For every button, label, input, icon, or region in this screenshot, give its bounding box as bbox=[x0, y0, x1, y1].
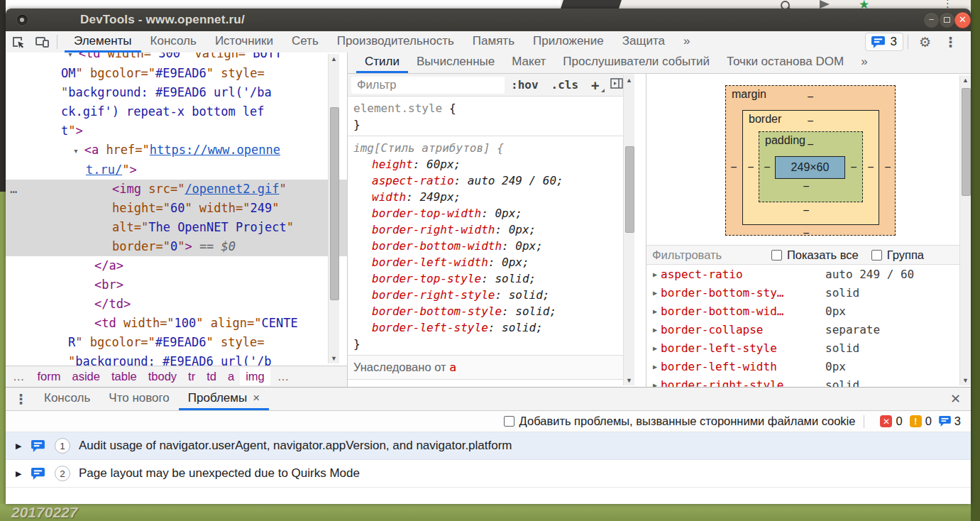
computed-property-row[interactable]: ▶aspect-ratioauto 249 / 60 bbox=[646, 265, 960, 283]
scrollbar-thumb[interactable] bbox=[330, 107, 339, 300]
elements-scrollbar[interactable]: ▲ ▼ bbox=[328, 54, 339, 363]
inspect-element-icon[interactable] bbox=[6, 31, 30, 53]
tab--[interactable]: » bbox=[674, 31, 699, 53]
toggle-hover-state-button[interactable]: :hov bbox=[505, 78, 545, 92]
issue-row[interactable]: ▶1Audit usage of navigator.userAgent, na… bbox=[6, 432, 971, 460]
breadcrumb-item-form[interactable]: form bbox=[32, 368, 67, 385]
css-property-border-top-style[interactable]: border-top-style: solid; bbox=[353, 270, 634, 287]
scroll-up-arrow[interactable]: ▲ bbox=[960, 77, 971, 84]
breadcrumb-item-tr[interactable]: tr bbox=[182, 368, 201, 385]
inherited-from-header[interactable]: Унаследовано от a bbox=[348, 356, 634, 380]
dom-tree-node-line[interactable]: ck.gif') repeat-x bottom lef bbox=[6, 102, 348, 121]
breadcrumb-overflow[interactable]: … bbox=[270, 368, 297, 385]
box-model-value[interactable]: − bbox=[727, 161, 741, 174]
issue-row[interactable]: ▶2Page layout may be unexpected due to Q… bbox=[6, 460, 971, 488]
tab-источники[interactable]: Источники bbox=[206, 31, 282, 53]
computed-scrollbar[interactable]: ▲ ▼ bbox=[959, 75, 971, 385]
breadcrumb-item-img[interactable]: img bbox=[240, 368, 270, 385]
issue-count-badge[interactable]: 3 bbox=[939, 415, 961, 428]
expand-arrow-icon[interactable]: ▶ bbox=[649, 307, 661, 315]
dom-tree-node-line[interactable]: ▾ <td width="300" valign="BOTT bbox=[6, 53, 348, 64]
box-model-value[interactable]: − bbox=[803, 115, 817, 128]
expand-arrow-icon[interactable]: ▶ bbox=[649, 270, 661, 278]
dom-tree-node-line[interactable]: alt="The OpenNET Project" bbox=[6, 218, 348, 237]
box-model-value[interactable]: − bbox=[847, 161, 861, 174]
dom-tree-node-line[interactable]: height="60" width="249" bbox=[6, 199, 348, 218]
checkbox-icon[interactable] bbox=[871, 250, 882, 260]
dom-tree-node-line[interactable]: <td width="100" align="CENTE bbox=[6, 314, 348, 333]
scroll-down-arrow[interactable]: ▼ bbox=[624, 377, 634, 384]
computed-property-row[interactable]: ▶border-collapseseparate bbox=[646, 320, 960, 339]
issues-counter-button[interactable]: 3 bbox=[865, 33, 903, 51]
style-rule-attributes[interactable]: img[Стиль атрибутов] { height: 60px;aspe… bbox=[348, 136, 634, 356]
styles-filter-input[interactable]: Фильтр bbox=[351, 77, 505, 94]
scrollbar-thumb[interactable] bbox=[625, 146, 634, 233]
breadcrumb-item-table[interactable]: table bbox=[106, 368, 143, 385]
styles-scrollbar[interactable]: ▲ ▼ bbox=[623, 75, 634, 385]
expand-arrow-icon[interactable]: ▶ bbox=[16, 469, 26, 478]
maximize-button[interactable] bbox=[939, 12, 955, 28]
rule-selector[interactable]: element.style bbox=[353, 102, 442, 115]
device-toolbar-icon[interactable] bbox=[30, 31, 54, 53]
drawer-tab-проблемы[interactable]: Проблемы× bbox=[179, 388, 269, 410]
dom-tree-node-line[interactable]: <br> bbox=[6, 275, 348, 295]
expand-arrow-icon[interactable]: ▶ bbox=[16, 442, 26, 451]
dom-tree-node-line[interactable]: </td> bbox=[6, 295, 348, 314]
computed-sidebar-toggle-icon[interactable] bbox=[610, 78, 623, 92]
box-model-value[interactable]: − bbox=[803, 138, 817, 151]
settings-gear-icon[interactable]: ⚙ bbox=[913, 34, 937, 50]
style-rule-element-style[interactable]: element.style { } bbox=[348, 97, 634, 136]
box-model-value[interactable]: − bbox=[760, 161, 774, 174]
close-button[interactable]: ✕ bbox=[954, 12, 971, 28]
attribute-link[interactable]: https://www.openne bbox=[150, 143, 280, 157]
error-count-badge[interactable]: ✕0 bbox=[880, 415, 902, 428]
new-style-rule-button[interactable]: + bbox=[585, 77, 605, 93]
css-property-border-bottom-width[interactable]: border-bottom-width: 0px; bbox=[353, 238, 634, 254]
show-all-checkbox[interactable]: Показать все bbox=[771, 248, 859, 262]
tab-защита[interactable]: Защита bbox=[613, 31, 674, 53]
css-property-border-left-width[interactable]: border-left-width: 0px; bbox=[353, 254, 634, 270]
computed-property-row[interactable]: ▶border-right-stylesolid bbox=[646, 375, 960, 387]
box-model-value[interactable]: − bbox=[799, 204, 813, 217]
breadcrumb-item-aside[interactable]: aside bbox=[67, 368, 106, 385]
sidebar-tab-вычисленные[interactable]: Вычисленные bbox=[408, 53, 503, 73]
scrollbar-thumb[interactable] bbox=[962, 88, 971, 196]
computed-property-row[interactable]: ▶border-left-width0px bbox=[646, 357, 960, 375]
scroll-up-arrow[interactable]: ▲ bbox=[624, 77, 634, 84]
sidebar-tab-точки-останова-dom[interactable]: Точки останова DOM bbox=[718, 53, 852, 73]
dom-tree-node-line[interactable]: …<img src="/opennet2.gif" bbox=[6, 180, 348, 199]
tab-элементы[interactable]: Элементы bbox=[65, 31, 141, 53]
inherited-from-node[interactable]: a bbox=[449, 361, 456, 374]
scroll-down-arrow[interactable]: ▼ bbox=[329, 355, 339, 362]
computed-property-row[interactable]: ▶border-left-stylesolid bbox=[646, 339, 960, 357]
window-menu-bullet-icon[interactable] bbox=[16, 14, 28, 26]
checkbox-icon[interactable] bbox=[504, 416, 514, 427]
box-model-value[interactable]: − bbox=[864, 161, 878, 174]
drawer-menu-icon[interactable]: ⋮ bbox=[6, 388, 35, 410]
sidebar-tab-прослушиватели-событий[interactable]: Прослушиватели событий bbox=[554, 53, 718, 73]
dom-tree-node-line[interactable]: t.ru/"> bbox=[6, 160, 348, 180]
css-property-width[interactable]: width: 249px; bbox=[353, 189, 634, 205]
css-property-height[interactable]: height: 60px; bbox=[353, 156, 634, 172]
css-property-border-right-width[interactable]: border-right-width: 0px; bbox=[353, 221, 634, 238]
drawer-tab-консоль[interactable]: Консоль bbox=[35, 388, 99, 410]
expand-arrow-icon[interactable]: ▶ bbox=[649, 363, 661, 371]
sidebar-tab-стили[interactable]: Стили bbox=[356, 53, 408, 73]
cookie-issues-checkbox[interactable]: Добавить проблемы, вызванные сторонними … bbox=[504, 415, 856, 428]
dom-tree-node-line[interactable]: R" bgcolor="#E9EAD6" style= bbox=[6, 333, 348, 352]
box-model-value[interactable]: − bbox=[803, 91, 817, 104]
tab-производительность[interactable]: Производительность bbox=[328, 31, 463, 53]
dom-tree-node-line[interactable]: border="0"> == $0 bbox=[6, 237, 348, 256]
dom-tree[interactable]: ▾ <td width="300" valign="BOTTOM" bgcolo… bbox=[6, 53, 348, 366]
computed-filter-input[interactable]: Фильтровать bbox=[652, 248, 771, 262]
dom-tree-node-line[interactable]: </a> bbox=[6, 256, 348, 275]
sidebar-tab--[interactable]: » bbox=[852, 53, 876, 73]
computed-property-row[interactable]: ▶border-bottom-wid…0px bbox=[646, 302, 960, 320]
group-checkbox[interactable]: Группа bbox=[871, 248, 924, 262]
tab-память[interactable]: Память bbox=[463, 31, 524, 53]
minimize-button[interactable]: − bbox=[923, 12, 940, 28]
window-titlebar[interactable]: DevTools - www.opennet.ru/ − ✕ bbox=[6, 9, 971, 32]
scroll-up-arrow[interactable]: ▲ bbox=[329, 55, 339, 62]
sidebar-tab-макет[interactable]: Макет bbox=[503, 53, 554, 73]
attribute-link[interactable]: t.ru/ bbox=[86, 163, 122, 177]
